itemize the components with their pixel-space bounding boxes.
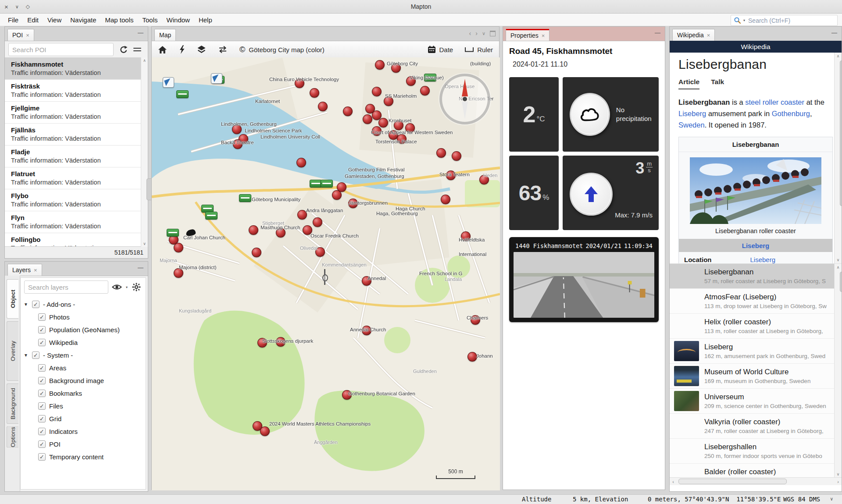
- poi-list-item[interactable]: Flyn Traffic information: Väderstation: [5, 211, 148, 233]
- poi-list-item[interactable]: Follingbo Traffic information: Väderstat…: [5, 233, 148, 247]
- poi-marker[interactable]: [436, 148, 446, 158]
- poi-list-item[interactable]: Fladje Traffic information: Väderstation: [5, 146, 148, 167]
- poi-marker[interactable]: [372, 87, 382, 96]
- layer-checkbox[interactable]: ✓: [38, 339, 46, 346]
- layer-row[interactable]: ✓Grid: [23, 412, 146, 425]
- window-shade-icon[interactable]: ∨: [15, 4, 19, 10]
- global-search[interactable]: ▾: [731, 15, 838, 26]
- layer-checkbox[interactable]: ✓: [32, 351, 39, 359]
- refresh-icon[interactable]: [118, 44, 129, 55]
- poi-marker[interactable]: [467, 352, 477, 362]
- scrollbar-thumb[interactable]: [840, 60, 842, 206]
- menu-item[interactable]: File: [4, 14, 23, 25]
- date-button[interactable]: Date: [428, 46, 453, 53]
- flag-marker[interactable]: [211, 73, 222, 84]
- scrollbar-thumb[interactable]: [840, 272, 842, 292]
- float-window-icon[interactable]: [490, 31, 496, 36]
- wiki-result-item[interactable]: Liseberg 162 m, amusement park in Gothen…: [670, 339, 842, 364]
- poi-list-item[interactable]: Flatruet Traffic information: Väderstati…: [5, 167, 148, 189]
- layer-row[interactable]: ✓Files: [23, 400, 146, 412]
- wiki-result-item[interactable]: Universeum 209 m, science center in Goth…: [670, 389, 842, 414]
- menu-item[interactable]: Edit: [23, 14, 43, 25]
- layer-checkbox[interactable]: ✓: [38, 364, 46, 372]
- traffic-marker[interactable]: [176, 90, 189, 98]
- layer-row[interactable]: ✓POI: [23, 438, 146, 451]
- datum-dropdown-icon[interactable]: ∨: [830, 496, 833, 502]
- poi-list-item[interactable]: Fiskhamnsmotet Traffic information: Väde…: [5, 58, 148, 80]
- tab-scroll-left-icon[interactable]: ‹: [469, 30, 471, 37]
- scroll-up-icon[interactable]: ∧: [141, 58, 148, 63]
- layer-checkbox[interactable]: ✓: [38, 440, 46, 448]
- minimize-icon[interactable]: —: [831, 29, 837, 36]
- layer-checkbox[interactable]: ✓: [38, 377, 46, 384]
- layer-group-row[interactable]: ▼✓- System -: [23, 349, 146, 362]
- compass-rose[interactable]: [439, 74, 490, 124]
- poi-marker[interactable]: [296, 158, 306, 167]
- layer-row[interactable]: ✓Population (GeoNames): [23, 323, 146, 336]
- minimize-icon[interactable]: —: [655, 29, 660, 36]
- window-restore-icon[interactable]: ◇: [26, 4, 30, 10]
- scroll-down-icon[interactable]: ∨: [835, 472, 842, 476]
- poi-marker[interactable]: [375, 60, 385, 70]
- poi-marker[interactable]: [420, 86, 430, 96]
- side-tab[interactable]: Options: [7, 426, 18, 448]
- layer-checkbox[interactable]: ✓: [38, 428, 46, 435]
- poi-marker[interactable]: [310, 88, 319, 98]
- poi-marker[interactable]: [378, 118, 388, 128]
- tab-article[interactable]: Article: [678, 78, 699, 89]
- map-view[interactable]: Göteborg City(building)Viking (barque)Op…: [152, 57, 500, 490]
- close-icon[interactable]: ×: [26, 32, 29, 39]
- menu-item[interactable]: Navigate: [66, 14, 100, 25]
- side-tab[interactable]: Overlay: [7, 321, 18, 381]
- scroll-left-icon[interactable]: ‹: [670, 479, 677, 484]
- results-scrollbar[interactable]: ∧ ∨: [834, 264, 842, 478]
- poi-search-input[interactable]: [8, 43, 114, 56]
- poi-marker[interactable]: [332, 190, 342, 200]
- expand-caret-icon[interactable]: ▼: [23, 302, 29, 307]
- global-search-input[interactable]: [747, 17, 835, 25]
- flag-marker[interactable]: [163, 77, 174, 88]
- tab-properties[interactable]: Properties ×: [506, 29, 549, 41]
- layer-checkbox[interactable]: ✓: [38, 326, 46, 334]
- poi-marker[interactable]: [297, 210, 307, 220]
- location-link[interactable]: Liseberg: [750, 256, 776, 263]
- poi-marker[interactable]: [249, 225, 258, 235]
- search-scope-caret-icon[interactable]: ▾: [743, 18, 745, 22]
- scroll-down-icon[interactable]: ∨: [835, 258, 842, 262]
- layer-checkbox[interactable]: ✓: [38, 402, 46, 410]
- poi-marker[interactable]: [252, 248, 261, 257]
- traffic-marker[interactable]: [321, 180, 333, 188]
- poi-marker[interactable]: [260, 426, 270, 436]
- tab-poi[interactable]: POI ×: [7, 29, 34, 41]
- expand-caret-icon[interactable]: ▼: [23, 353, 29, 358]
- layer-row[interactable]: ✓Indicators: [23, 425, 146, 438]
- wiki-result-item[interactable]: Museum of World Culture 169 m, museum in…: [670, 364, 842, 389]
- poi-list-item[interactable]: Fjällnäs Traffic information: Väderstati…: [5, 124, 148, 146]
- article-scrollbar[interactable]: ∧ ∨: [834, 53, 842, 263]
- wiki-result-item[interactable]: Valkyria (roller coaster) 247 m, roller …: [670, 414, 842, 439]
- layer-row[interactable]: ✓Bookmarks: [23, 387, 146, 400]
- visibility-eye-icon[interactable]: [111, 281, 123, 293]
- menu-item[interactable]: View: [43, 14, 66, 25]
- scroll-up-icon[interactable]: ∧: [835, 265, 842, 270]
- layers-search-input[interactable]: [24, 280, 108, 294]
- poi-list-item[interactable]: Fiskträsk Traffic information: Väderstat…: [5, 80, 148, 102]
- layer-checkbox[interactable]: ✓: [38, 453, 46, 461]
- close-icon[interactable]: ×: [34, 267, 37, 273]
- gear-icon[interactable]: [131, 281, 142, 293]
- layer-checkbox[interactable]: ✓: [38, 415, 46, 422]
- layer-row[interactable]: ✓Areas: [23, 362, 146, 374]
- poi-marker[interactable]: [363, 114, 372, 124]
- layer-row[interactable]: ✓Temporary content: [23, 451, 146, 463]
- eye-caret-icon[interactable]: ▾: [126, 285, 128, 289]
- tab-list-icon[interactable]: ∨: [482, 31, 485, 36]
- layer-checkbox[interactable]: ✓: [38, 390, 46, 397]
- tab-map[interactable]: Map: [154, 29, 176, 41]
- scroll-down-icon[interactable]: ∨: [141, 241, 148, 246]
- scrollbar-thumb[interactable]: [678, 479, 787, 484]
- layer-group-row[interactable]: ▼✓- Add-ons -: [23, 298, 146, 311]
- minimize-icon[interactable]: —: [138, 264, 143, 271]
- poi-marker[interactable]: [452, 151, 461, 161]
- menu-item[interactable]: Tools: [138, 14, 162, 25]
- traffic-marker[interactable]: [310, 180, 322, 188]
